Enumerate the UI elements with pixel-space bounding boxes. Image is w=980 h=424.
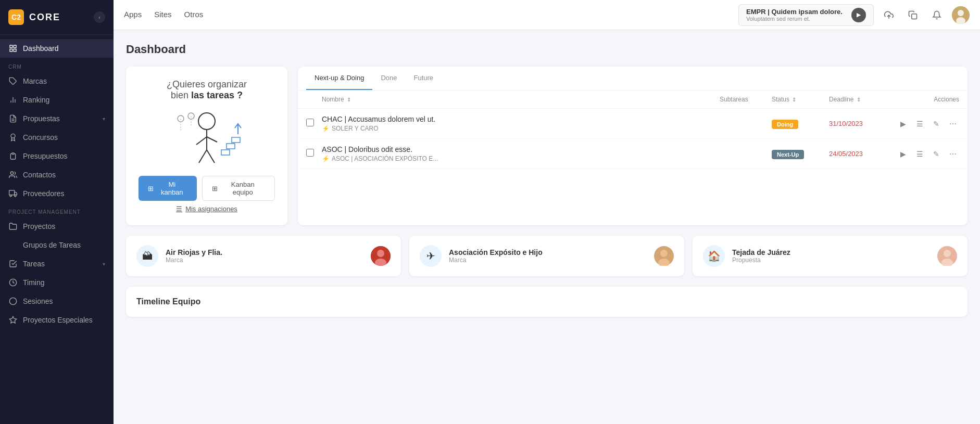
grid-icon (8, 44, 18, 53)
sidebar-item-label: Timing (23, 278, 105, 287)
task-checkbox-col (306, 149, 322, 159)
mis-asignaciones-button[interactable]: ☰ Mis asignaciones (176, 205, 237, 213)
svg-line-28 (207, 137, 217, 142)
svg-rect-0 (10, 45, 12, 48)
recent-info: Tejada de Juárez Propuesta (732, 248, 930, 264)
svg-rect-11 (12, 153, 14, 155)
svg-rect-13 (9, 190, 15, 195)
avatar (654, 246, 674, 266)
svg-rect-2 (10, 49, 12, 52)
col-deadline: Deadline ⇕ (829, 96, 897, 103)
folder-icon (8, 222, 18, 231)
recent-info: Asociación Expósito e Hijo Marca (449, 248, 647, 264)
star-icon (8, 315, 18, 325)
pm-section-label: PROJECT MANAGEMENT (0, 203, 114, 217)
edit-action-icon[interactable]: ✎ (930, 147, 943, 161)
avatar (937, 246, 957, 266)
logo-icon: C2 (8, 9, 24, 25)
task-name-col: ASOC | Doloribus odit esse. ⚡ ASOC | ASO… (322, 145, 720, 162)
kanban-equipo-button[interactable]: ⊞ Kanban equipo (202, 176, 275, 201)
tab-future[interactable]: Future (405, 67, 442, 90)
sidebar-collapse-button[interactable]: ‹ (94, 11, 105, 23)
sidebar-item-propuestas[interactable]: Propuestas ▾ (0, 109, 114, 128)
task-subtitle: ⚡ SOLER Y CARO (322, 125, 720, 132)
svg-marker-14 (15, 192, 17, 195)
sidebar-item-marcas[interactable]: Marcas (0, 72, 114, 91)
sort-icon: ⇕ (857, 97, 861, 102)
chevron-down-icon: ▾ (103, 261, 105, 267)
tasks-card: Next-up & Doing Done Future Nombre ⇕ Sub… (298, 67, 968, 225)
sidebar-item-grupos-tareas[interactable]: Grupos de Tareas (0, 236, 114, 254)
notification-text: EMPR | Quidem ipsam dolore. Voluptatem s… (746, 8, 846, 22)
sidebar-item-presupuestos[interactable]: Presupuestos (0, 147, 114, 165)
sidebar-item-label: Proyectos Especiales (23, 316, 105, 324)
sidebar-item-proyectos[interactable]: Proyectos (0, 217, 114, 236)
user-avatar[interactable] (952, 6, 970, 24)
topnav-otros-link[interactable]: Otros (184, 8, 204, 22)
more-action-icon[interactable]: ⋯ (947, 117, 959, 131)
topnav: Apps Sites Otros EMPR | Quidem ipsam dol… (114, 0, 980, 30)
task-checkbox[interactable] (306, 119, 314, 126)
list-item[interactable]: 🏔 Air Riojas y Flia. Marca (126, 236, 401, 276)
sidebar-item-label: Grupos de Tareas (23, 241, 105, 249)
topnav-apps-link[interactable]: Apps (124, 8, 142, 22)
sidebar-item-proyectos-especiales[interactable]: Proyectos Especiales (0, 311, 114, 329)
brand-icon: 🏔 (136, 245, 158, 267)
recent-row: 🏔 Air Riojas y Flia. Marca ✈ Asociación … (126, 236, 968, 276)
upload-icon[interactable] (880, 6, 898, 24)
sidebar-item-ranking[interactable]: Ranking (0, 91, 114, 109)
play-action-icon[interactable]: ▶ (897, 147, 909, 161)
timeline-section: Timeline Equipo (126, 287, 968, 317)
timeline-title: Timeline Equipo (136, 297, 957, 306)
notification-bar[interactable]: EMPR | Quidem ipsam dolore. Voluptatem s… (738, 4, 874, 26)
mi-kanban-button[interactable]: ⊞ Mi kanban (139, 176, 197, 201)
notification-play-button[interactable]: ▶ (851, 8, 866, 22)
circle-icon (8, 297, 18, 306)
list-action-icon[interactable]: ☰ (913, 147, 926, 161)
kanban-buttons: ⊞ Mi kanban ⊞ Kanban equipo ☰ Mis asigna… (139, 176, 275, 213)
col-nombre: Nombre ⇕ (322, 96, 720, 103)
svg-line-27 (196, 137, 207, 145)
tasks-tabs: Next-up & Doing Done Future (298, 67, 968, 91)
check-square-icon (8, 259, 18, 268)
tag-icon (8, 76, 18, 86)
svg-point-10 (11, 134, 15, 138)
task-checkbox[interactable] (306, 149, 314, 157)
sidebar-item-proveedores[interactable]: Proveedores (0, 184, 114, 203)
task-subtitle: ⚡ ASOC | ASOCIACIÓN EXPÓSITO E... (322, 155, 720, 162)
bell-icon[interactable] (928, 6, 946, 24)
sidebar-item-sesiones[interactable]: Sesiones (0, 292, 114, 311)
list-action-icon[interactable]: ☰ (913, 117, 926, 131)
sidebar-item-concursos[interactable]: Concursos (0, 128, 114, 147)
svg-rect-36 (227, 144, 235, 149)
brand-icon: ⚡ (322, 125, 330, 132)
sidebar-item-contactos[interactable]: Contactos (0, 165, 114, 184)
list-item[interactable]: ✈ Asociación Expósito e Hijo Marca (409, 236, 684, 276)
task-checkbox-col (306, 119, 322, 129)
list-item[interactable]: 🏠 Tejada de Juárez Propuesta (693, 236, 968, 276)
copy-icon[interactable] (904, 6, 922, 24)
task-title: CHAC | Accusamus dolorem vel ut. (322, 115, 720, 123)
svg-rect-21 (912, 14, 917, 19)
sidebar-item-tareas[interactable]: Tareas ▾ (0, 254, 114, 273)
sidebar-item-label: Concursos (23, 133, 105, 142)
page-content: Dashboard ¿Quieres organizar bien las ta… (114, 30, 980, 424)
tab-nextup-doing[interactable]: Next-up & Doing (306, 67, 372, 90)
kanban-question: ¿Quieres organizar bien las tareas ? (167, 79, 247, 101)
kanban-equipo-icon: ⊞ (212, 185, 218, 192)
page-title: Dashboard (126, 43, 968, 56)
sidebar-navigation: Dashboard CRM Marcas Ranking Propuestas … (0, 35, 114, 424)
kanban-icon: ⊞ (148, 185, 154, 192)
more-action-icon[interactable]: ⋯ (947, 147, 959, 161)
users-icon (8, 170, 18, 179)
sidebar: C2 CORE ‹ Dashboard CRM Marcas Ranking (0, 0, 114, 424)
task-title: ASOC | Doloribus odit esse. (322, 145, 720, 153)
tab-done[interactable]: Done (372, 67, 405, 90)
sidebar-item-timing[interactable]: Timing (0, 273, 114, 292)
col-subtareas: Subtareas (720, 96, 772, 103)
topnav-sites-link[interactable]: Sites (154, 8, 171, 22)
edit-action-icon[interactable]: ✎ (930, 117, 943, 131)
sidebar-item-dashboard[interactable]: Dashboard (0, 39, 114, 58)
crm-section-label: CRM (0, 58, 114, 72)
play-action-icon[interactable]: ▶ (897, 117, 909, 131)
